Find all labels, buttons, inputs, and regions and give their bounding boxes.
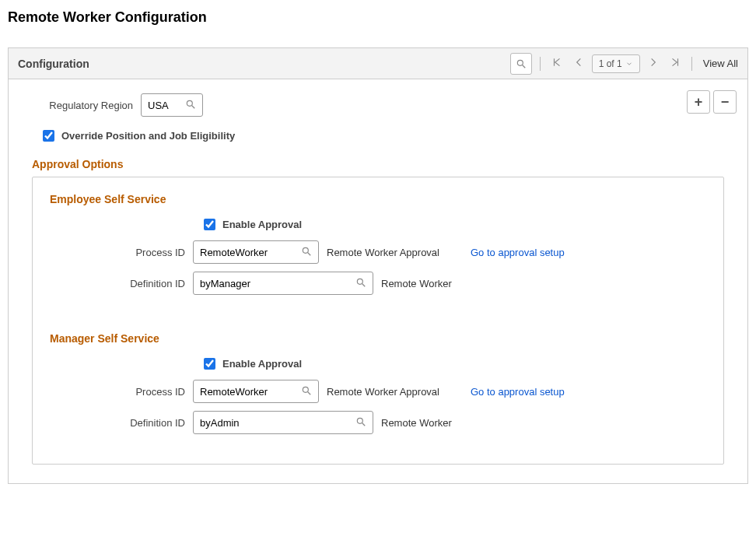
- ess-section: Employee Self Service Enable Approval Pr…: [45, 193, 711, 295]
- svg-point-0: [517, 60, 523, 65]
- svg-point-10: [303, 387, 308, 392]
- separator: [691, 57, 692, 71]
- mss-process-label: Process ID: [45, 386, 193, 398]
- first-icon: [551, 57, 562, 68]
- ess-process-row: Process ID Remote Worker Approval Go to …: [45, 240, 711, 264]
- svg-line-5: [192, 105, 195, 108]
- svg-line-7: [308, 252, 311, 255]
- page-title: Remote Worker Configuration: [8, 9, 748, 26]
- lookup-icon[interactable]: [295, 246, 318, 259]
- view-all-link[interactable]: View All: [700, 58, 738, 69]
- search-icon: [185, 99, 196, 110]
- ess-process-field[interactable]: [193, 240, 319, 264]
- svg-line-1: [522, 65, 525, 68]
- ess-process-label: Process ID: [45, 247, 193, 258]
- remove-row-button[interactable]: −: [713, 90, 737, 114]
- mss-heading: Manager Self Service: [45, 332, 711, 345]
- prev-page-button[interactable]: [570, 57, 587, 70]
- ess-process-desc: Remote Worker Approval: [327, 247, 439, 258]
- add-row-button[interactable]: +: [687, 90, 710, 114]
- mss-definition-row: Definition ID Remote Worker: [45, 411, 711, 434]
- separator: [540, 57, 541, 71]
- mss-approval-setup-link[interactable]: Go to approval setup: [471, 386, 565, 398]
- ess-enable-checkbox[interactable]: [204, 219, 215, 230]
- ess-definition-label: Definition ID: [45, 278, 193, 289]
- ess-definition-input[interactable]: [194, 275, 349, 293]
- regulatory-region-input[interactable]: [142, 96, 179, 114]
- svg-line-11: [308, 391, 311, 394]
- panel-body: + − Regulatory Region Override Position …: [9, 79, 747, 483]
- approval-options-heading: Approval Options: [32, 158, 724, 170]
- ess-enable-label: Enable Approval: [222, 219, 302, 230]
- mss-definition-desc: Remote Worker: [381, 417, 452, 429]
- panel-title: Configuration: [18, 58, 89, 70]
- lookup-icon[interactable]: [349, 416, 373, 430]
- mss-process-input[interactable]: [194, 383, 295, 401]
- row-action-buttons: + −: [687, 90, 737, 114]
- search-button[interactable]: [510, 53, 532, 75]
- page-selector[interactable]: 1 of 1: [592, 54, 640, 73]
- override-eligibility-label: Override Position and Job Eligibility: [61, 130, 235, 142]
- configuration-panel: Configuration 1 of 1 View All: [8, 47, 748, 484]
- mss-process-desc: Remote Worker Approval: [327, 386, 439, 398]
- search-icon: [516, 58, 527, 69]
- lookup-icon[interactable]: [349, 277, 373, 290]
- regulatory-region-row: Regulatory Region: [32, 93, 724, 117]
- mss-process-field[interactable]: [193, 380, 319, 403]
- mss-enable-label: Enable Approval: [222, 358, 302, 370]
- search-icon: [301, 246, 312, 257]
- ess-definition-desc: Remote Worker: [381, 278, 452, 289]
- last-icon: [670, 57, 681, 68]
- svg-line-9: [362, 283, 366, 286]
- svg-line-13: [362, 423, 366, 426]
- svg-point-6: [303, 247, 308, 253]
- svg-point-8: [357, 279, 362, 284]
- panel-nav: 1 of 1 View All: [510, 53, 738, 75]
- search-icon: [355, 277, 366, 288]
- last-page-button[interactable]: [667, 57, 684, 70]
- svg-point-12: [357, 418, 362, 423]
- ess-definition-row: Definition ID Remote Worker: [45, 272, 711, 295]
- approval-options-box: Employee Self Service Enable Approval Pr…: [32, 177, 724, 465]
- ess-enable-row: Enable Approval: [201, 216, 711, 233]
- mss-process-row: Process ID Remote Worker Approval Go to …: [45, 380, 711, 403]
- mss-definition-label: Definition ID: [45, 417, 193, 429]
- lookup-icon[interactable]: [295, 385, 318, 398]
- mss-definition-input[interactable]: [194, 414, 349, 432]
- override-eligibility-row: Override Position and Job Eligibility: [32, 128, 724, 144]
- lookup-icon[interactable]: [179, 99, 202, 112]
- ess-approval-setup-link[interactable]: Go to approval setup: [471, 247, 565, 258]
- mss-enable-row: Enable Approval: [201, 356, 711, 372]
- search-icon: [301, 385, 312, 396]
- panel-header: Configuration 1 of 1 View All: [9, 48, 747, 79]
- next-icon: [648, 57, 659, 68]
- regulatory-region-label: Regulatory Region: [32, 100, 141, 111]
- chevron-down-icon: [625, 60, 633, 68]
- regulatory-region-field[interactable]: [141, 93, 203, 117]
- ess-definition-field[interactable]: [193, 272, 373, 295]
- prev-icon: [573, 57, 584, 68]
- first-page-button[interactable]: [548, 57, 565, 70]
- next-page-button[interactable]: [645, 57, 662, 70]
- mss-enable-checkbox[interactable]: [204, 358, 215, 370]
- mss-section: Manager Self Service Enable Approval Pro…: [45, 332, 711, 434]
- svg-point-4: [187, 100, 192, 106]
- ess-process-input[interactable]: [194, 244, 295, 261]
- mss-definition-field[interactable]: [193, 411, 373, 434]
- search-icon: [355, 416, 366, 427]
- page-selector-label: 1 of 1: [599, 58, 622, 69]
- ess-heading: Employee Self Service: [45, 193, 711, 205]
- override-eligibility-checkbox[interactable]: [43, 130, 54, 142]
